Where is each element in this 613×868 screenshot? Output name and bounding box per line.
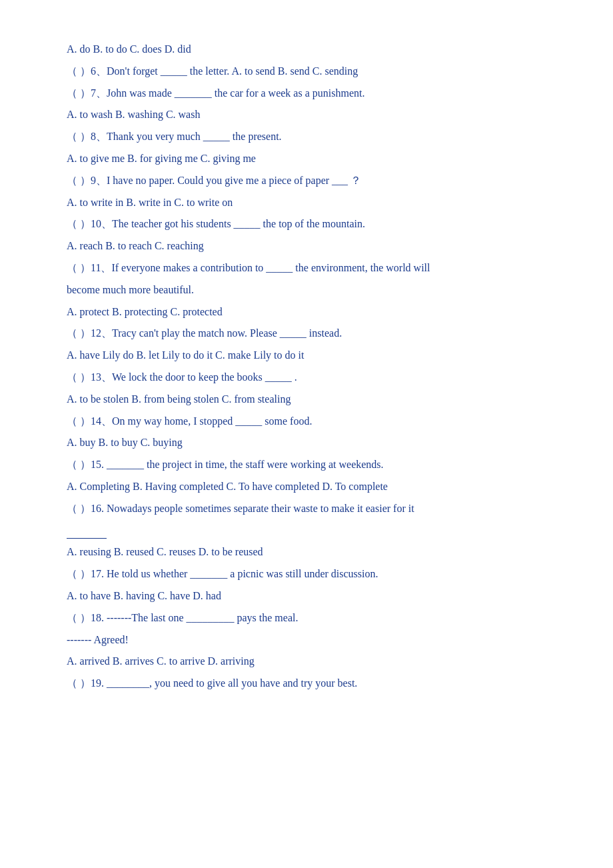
line-q8: （ ）8、Thank you very much _____ the prese… [67, 127, 546, 147]
line-q13: （ ）13、We lock the door to keep the books… [67, 368, 546, 387]
line-q11: （ ）11、If everyone makes a contribution t… [67, 259, 546, 278]
line-q9: （ ）9、I have no paper. Could you give me … [67, 171, 546, 191]
line-q6: （ ）6、Don't forget _____ the letter. A. t… [67, 62, 546, 81]
line-q10: （ ）10、The teacher got his students _____… [67, 215, 546, 234]
line-a-write: A. to write in B. write in C. to write o… [67, 193, 546, 213]
line-q14: （ ）14、On my way home, I stopped _____ so… [67, 412, 546, 431]
content: A. do B. to do C. does D. did （ ）6、Don't… [67, 40, 546, 693]
line-a-reach: A. reach B. to reach C. reaching [67, 237, 546, 256]
line-q16: （ ）16. Nowadays people sometimes separat… [67, 499, 546, 519]
line-a-protect: A. protect B. protecting C. protected [67, 303, 546, 322]
blank-q16 [67, 538, 107, 539]
line-a-arrived: A. arrived B. arrives C. to arrive D. ar… [67, 652, 546, 671]
line-q19: （ ）19. ________, you need to give all yo… [67, 674, 546, 693]
line-q17: （ ）17. He told us whether _______ a picn… [67, 565, 546, 584]
line-a-have: A. to have B. having C. have D. had [67, 587, 546, 606]
line-q11b: become much more beautiful. [67, 281, 546, 300]
line-a-wash: A. to wash B. washing C. wash [67, 105, 546, 125]
line-q12: （ ）12、Tracy can't play the match now. Pl… [67, 324, 546, 343]
line-a-stolen: A. to be stolen B. from being stolen C. … [67, 390, 546, 409]
line-q16b [67, 521, 546, 541]
line-q7: （ ）7、John was made _______ the car for a… [67, 84, 546, 103]
line-a-do: A. do B. to do C. does D. did [67, 40, 546, 59]
line-q15: （ ）15. _______ the project in time, the … [67, 455, 546, 475]
line-a-give: A. to give me B. for giving me C. giving… [67, 149, 546, 169]
line-a-reusing: A. reusing B. reused C. reuses D. to be … [67, 543, 546, 562]
line-a-lily: A. have Lily do B. let Lily to do it C. … [67, 346, 546, 365]
line-q18: （ ）18. -------The last one _________ pay… [67, 609, 546, 628]
line-a-completing: A. Completing B. Having completed C. To … [67, 477, 546, 497]
line-a-buy: A. buy B. to buy C. buying [67, 433, 546, 453]
line-q18b: ------- Agreed! [67, 631, 546, 650]
